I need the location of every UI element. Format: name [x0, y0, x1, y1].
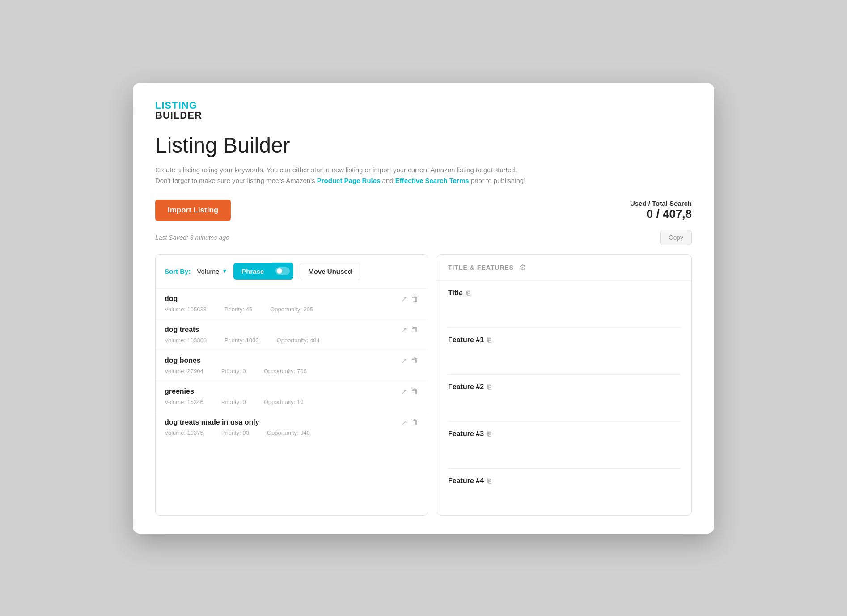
description: Create a listing using your keywords. Yo…	[155, 165, 692, 186]
feature-label-text: Feature #2	[448, 383, 484, 391]
feature-label: Feature #1 ⎘	[448, 336, 681, 344]
logo: LISTING BUILDER	[155, 101, 692, 120]
keyword-row: dog bones ↗ 🗑 Volume: 27904 Priority: 0 …	[156, 350, 428, 381]
export-icon[interactable]: ↗	[401, 357, 407, 365]
phrase-toggle-icon	[275, 267, 290, 275]
delete-icon[interactable]: 🗑	[411, 357, 419, 365]
keyword-name: dog treats	[165, 326, 199, 334]
feature-row-2: Feature #2 ⎘	[448, 375, 681, 422]
feature-row-4: Feature #4 ⎘	[448, 469, 681, 515]
import-listing-button[interactable]: Import Listing	[155, 200, 231, 221]
feature-label-text: Feature #1	[448, 336, 484, 344]
delete-icon[interactable]: 🗑	[411, 387, 419, 396]
keyword-opportunity: Opportunity: 10	[264, 399, 304, 405]
export-icon[interactable]: ↗	[401, 326, 407, 334]
phrase-btn-group: Phrase	[233, 263, 293, 280]
feature-copy-icon[interactable]: ⎘	[487, 430, 491, 438]
logo-builder: BUILDER	[155, 110, 692, 120]
feature-label-text: Title	[448, 289, 463, 297]
sort-value: Volume	[197, 268, 219, 275]
keyword-volume: Volume: 11375	[165, 429, 203, 436]
keyword-volume: Volume: 105633	[165, 306, 207, 313]
features-panel-title: TITLE & FEATURES	[448, 264, 514, 271]
keyword-priority: Priority: 0	[221, 399, 246, 405]
search-stats-value: 0 / 407,8	[630, 207, 692, 221]
main-layout: Sort By: Volume ▼ Phrase Move Unused	[155, 254, 692, 516]
top-action-row: Import Listing Used / Total Search 0 / 4…	[155, 200, 692, 221]
feature-copy-icon[interactable]: ⎘	[466, 289, 470, 297]
keyword-name: dog	[165, 295, 178, 303]
keyword-name: dog treats made in usa only	[165, 418, 259, 426]
sort-by-label: Sort By:	[165, 268, 191, 275]
keyword-volume: Volume: 15346	[165, 399, 203, 405]
feature-input[interactable]	[448, 442, 681, 459]
move-unused-button[interactable]: Move Unused	[300, 263, 360, 280]
product-page-rules-link[interactable]: Product Page Rules	[317, 177, 381, 184]
settings-gear-icon[interactable]: ⚙	[519, 263, 526, 272]
features-header: TITLE & FEATURES ⚙	[437, 255, 691, 281]
keyword-meta: Volume: 103363 Priority: 1000 Opportunit…	[165, 337, 419, 344]
page-title: Listing Builder	[155, 133, 692, 157]
keyword-row: dog ↗ 🗑 Volume: 105633 Priority: 45 Oppo…	[156, 289, 428, 319]
dropdown-arrow-icon[interactable]: ▼	[222, 268, 227, 274]
keyword-name: greenies	[165, 387, 194, 395]
keyword-row: greenies ↗ 🗑 Volume: 15346 Priority: 0 O…	[156, 381, 428, 412]
keyword-actions: ↗ 🗑	[401, 295, 419, 303]
feature-row-1: Feature #1 ⎘	[448, 328, 681, 375]
keyword-priority: Priority: 0	[221, 368, 246, 374]
last-saved-row: Last Saved: 3 minutes ago Copy	[155, 230, 692, 245]
feature-label: Feature #2 ⎘	[448, 383, 681, 391]
phrase-toggle-knob	[277, 268, 282, 274]
keyword-name: dog bones	[165, 357, 201, 365]
keyword-opportunity: Opportunity: 484	[277, 337, 320, 344]
feature-input[interactable]	[448, 489, 681, 506]
delete-icon[interactable]: 🗑	[411, 418, 419, 427]
keyword-volume: Volume: 103363	[165, 337, 207, 344]
feature-input[interactable]	[448, 302, 681, 318]
features-body: Title ⎘ Feature #1 ⎘ Feature #2 ⎘ Featur…	[437, 281, 691, 515]
delete-icon[interactable]: 🗑	[411, 326, 419, 334]
keyword-meta: Volume: 11375 Priority: 90 Opportunity: …	[165, 429, 419, 436]
feature-input[interactable]	[448, 395, 681, 412]
feature-copy-icon[interactable]: ⎘	[487, 383, 491, 391]
feature-row-3: Feature #3 ⎘	[448, 422, 681, 469]
keyword-actions: ↗ 🗑	[401, 387, 419, 396]
feature-copy-icon[interactable]: ⎘	[487, 477, 491, 484]
export-icon[interactable]: ↗	[401, 295, 407, 303]
feature-label-text: Feature #4	[448, 477, 484, 485]
main-window: LISTING BUILDER Listing Builder Create a…	[133, 83, 714, 534]
features-panel: TITLE & FEATURES ⚙ Title ⎘ Feature #1 ⎘ …	[437, 254, 692, 516]
keyword-actions: ↗ 🗑	[401, 326, 419, 334]
feature-input[interactable]	[448, 348, 681, 365]
keyword-opportunity: Opportunity: 706	[264, 368, 307, 374]
keyword-meta: Volume: 15346 Priority: 0 Opportunity: 1…	[165, 399, 419, 405]
feature-copy-icon[interactable]: ⎘	[487, 336, 491, 344]
feature-label: Feature #3 ⎘	[448, 430, 681, 438]
phrase-button[interactable]: Phrase	[233, 263, 272, 280]
export-icon[interactable]: ↗	[401, 387, 407, 396]
keyword-meta: Volume: 27904 Priority: 0 Opportunity: 7…	[165, 368, 419, 374]
last-saved-text: Last Saved: 3 minutes ago	[155, 234, 229, 241]
feature-label: Feature #4 ⎘	[448, 477, 681, 485]
phrase-toggle-button[interactable]	[272, 263, 293, 280]
keywords-panel: Sort By: Volume ▼ Phrase Move Unused	[155, 254, 428, 516]
search-stats-label: Used / Total Search	[630, 200, 692, 207]
feature-row-0: Title ⎘	[448, 281, 681, 328]
keyword-priority: Priority: 45	[224, 306, 252, 313]
keyword-priority: Priority: 90	[221, 429, 249, 436]
search-stats: Used / Total Search 0 / 407,8	[630, 200, 692, 221]
keyword-row: dog treats made in usa only ↗ 🗑 Volume: …	[156, 412, 428, 442]
export-icon[interactable]: ↗	[401, 418, 407, 427]
logo-listing: LISTING	[155, 101, 692, 110]
keywords-list: dog ↗ 🗑 Volume: 105633 Priority: 45 Oppo…	[156, 289, 428, 442]
feature-label: Title ⎘	[448, 289, 681, 297]
feature-label-text: Feature #3	[448, 430, 484, 438]
keyword-actions: ↗ 🗑	[401, 357, 419, 365]
keyword-row: dog treats ↗ 🗑 Volume: 103363 Priority: …	[156, 319, 428, 350]
sort-select-wrapper[interactable]: Volume ▼	[197, 268, 227, 275]
copy-button[interactable]: Copy	[660, 230, 692, 245]
keyword-volume: Volume: 27904	[165, 368, 203, 374]
delete-icon[interactable]: 🗑	[411, 295, 419, 303]
effective-search-terms-link[interactable]: Effective Search Terms	[395, 177, 469, 184]
keyword-opportunity: Opportunity: 205	[270, 306, 313, 313]
